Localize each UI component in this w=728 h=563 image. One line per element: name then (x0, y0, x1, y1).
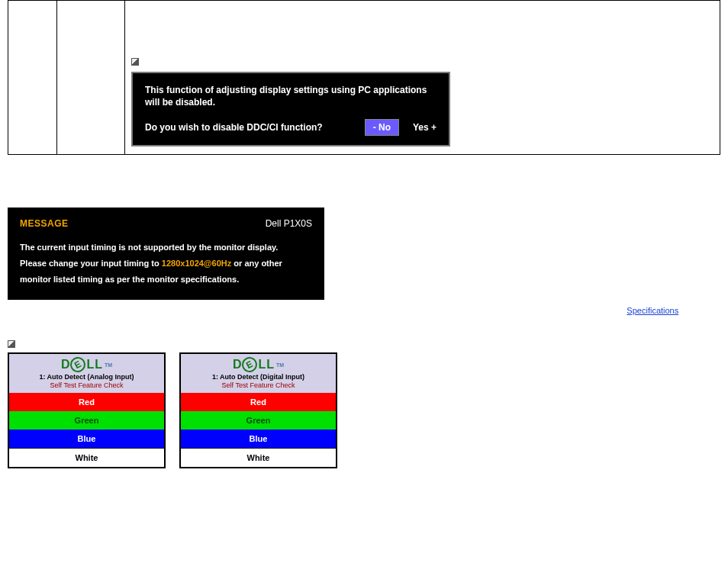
table-cell-spacer-a (8, 1, 57, 155)
timing-warning-line2a: Please change your input timing to (20, 259, 162, 268)
ddcci-yes-button[interactable]: Yes + (413, 122, 436, 133)
tm-mark: TM (276, 362, 284, 368)
stfc-bar-white: White (9, 448, 164, 467)
stfc-check-label: Self Test Feature Check (9, 381, 164, 391)
stfc-note: NOTE: The floating 'Dell Self-test Featu… (8, 339, 720, 348)
timing-warning-title: MESSAGE (20, 218, 69, 229)
ddcci-question: Do you wish to disable DDC/CI function? (145, 122, 365, 133)
timing-warning-line2: Please change your input timing to 1280x… (20, 256, 312, 272)
stfc-check-label: Self Test Feature Check (181, 381, 336, 391)
stfc-note-label: NOTE: (21, 339, 44, 348)
timing-warning-explain: This means that the monitor cannot synch… (8, 306, 720, 324)
stfc-bar-red: Red (181, 393, 336, 411)
self-test-digital: DELLTM 1: Auto Detect (Digital Input) Se… (179, 352, 337, 468)
tm-mark: TM (105, 362, 112, 368)
timing-warning-line3: monitor listed timing as per the monitor… (20, 272, 312, 288)
stfc-bar-green: Green (181, 411, 336, 429)
recommended-timing: 1280x1024@60Hz (162, 259, 231, 268)
self-test-dialogs: DELLTM 1: Auto Detect (Analog Input) Sel… (8, 352, 720, 468)
osd-warning-intro: The following warning messages may appea… (8, 194, 720, 203)
dell-logo: DELLTM (233, 357, 284, 372)
dell-logo: DELLTM (61, 357, 112, 372)
self-test-analog: DELLTM 1: Auto Detect (Analog Input) Sel… (8, 352, 166, 468)
trailing-paragraph: Occasionally, no warning message appears… (8, 476, 720, 485)
stfc-digital-sub: 1: Auto Detect (Digital Input) (181, 373, 336, 381)
note-icon (8, 340, 15, 348)
table-cell-ddcci: NOTE: The following warning message appe… (125, 1, 720, 155)
stfc-bar-blue: Blue (9, 429, 164, 448)
timing-explain-a: This means that the monitor cannot synch… (8, 306, 627, 315)
ddcci-no-button[interactable]: - No (365, 119, 399, 136)
stfc-bar-red: Red (9, 393, 164, 411)
timing-warning-dialog: MESSAGE Dell P1X0S The current input tim… (8, 208, 324, 300)
stfc-bar-blue: Blue (181, 429, 336, 448)
stfc-analog-sub: 1: Auto Detect (Analog Input) (9, 373, 164, 381)
stfc-note-text: The floating 'Dell Self-test Feature Che… (47, 339, 420, 348)
specifications-link[interactable]: Specifications (627, 306, 678, 315)
note-icon (131, 58, 139, 66)
table-cell-spacer-b (57, 1, 125, 155)
osd-options-table: NOTE: The following warning message appe… (8, 0, 720, 155)
stfc-bar-green: Green (9, 411, 164, 429)
timing-warning-model: Dell P1X0S (266, 218, 312, 229)
ddcci-confirm-dialog: This function of adjusting display setti… (131, 72, 450, 146)
timing-warning-line1: The current input timing is not supporte… (20, 240, 312, 256)
stfc-bar-white: White (181, 448, 336, 467)
note-label: NOTE: (144, 57, 168, 66)
note-text: The following warning message appears wh… (170, 57, 437, 66)
ddcci-message: This function of adjusting display setti… (145, 84, 436, 108)
ddcci-note: NOTE: The following warning message appe… (128, 57, 717, 66)
timing-warning-line2b: or any other (231, 259, 282, 268)
